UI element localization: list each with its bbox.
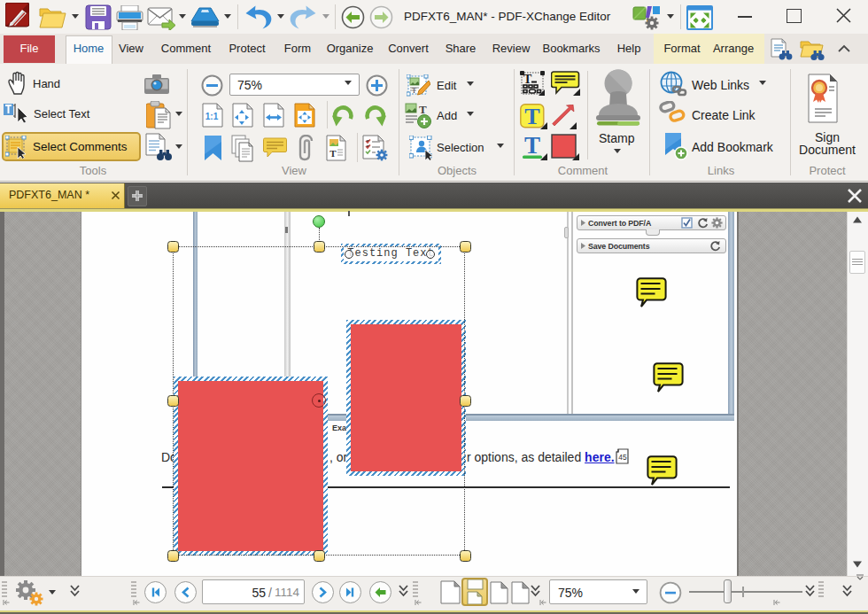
svg-text:T: T <box>524 134 540 159</box>
svg-text:1:1: 1:1 <box>205 112 219 121</box>
svg-text:T: T <box>329 148 337 159</box>
svg-text:T: T <box>524 104 539 129</box>
svg-text:T: T <box>419 103 427 116</box>
svg-text:45: 45 <box>618 453 627 462</box>
svg-text:T: T <box>523 73 532 86</box>
svg-text:T: T <box>412 87 416 95</box>
